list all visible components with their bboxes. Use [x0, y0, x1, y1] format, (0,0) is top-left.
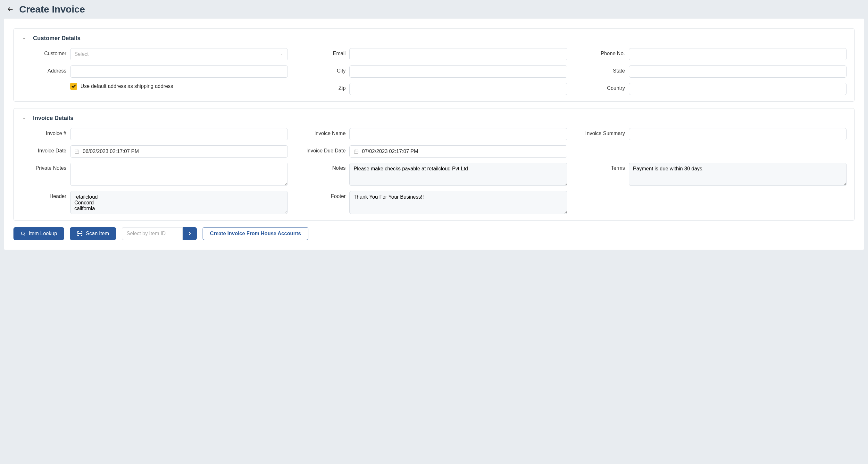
header-label: Header [22, 191, 66, 199]
terms-field-row: Terms [580, 163, 846, 186]
notes-field-row: Notes [301, 163, 567, 186]
invoice-date-value: 06/02/2023 02:17:07 PM [83, 149, 139, 154]
caret-down-icon [280, 52, 284, 56]
footer-label: Footer [301, 191, 345, 199]
chevron-right-icon [187, 231, 192, 236]
customer-label: Customer [22, 48, 66, 56]
invoice-number-label: Invoice # [22, 128, 66, 136]
country-label: Country [580, 83, 625, 91]
invoice-name-label: Invoice Name [301, 128, 345, 136]
city-field-row: City [301, 65, 567, 78]
phone-label: Phone No. [580, 48, 625, 56]
customer-details-section: Customer Details Customer Select Email P… [13, 28, 855, 102]
state-label: State [580, 65, 625, 74]
customer-details-title: Customer Details [33, 35, 81, 42]
item-lookup-button[interactable]: Item Lookup [13, 227, 64, 240]
invoice-due-date-field-row: Invoice Due Date 07/02/2023 02:17:07 PM [301, 145, 567, 157]
address-input[interactable] [70, 65, 288, 78]
item-id-go-button[interactable] [183, 227, 197, 240]
invoice-summary-field-row: Invoice Summary [580, 128, 846, 140]
create-from-house-button[interactable]: Create Invoice From House Accounts [203, 227, 308, 240]
customer-select[interactable]: Select [70, 48, 288, 60]
default-address-checkbox[interactable] [70, 83, 77, 90]
address-label: Address [22, 65, 66, 74]
svg-line-10 [24, 235, 25, 235]
create-from-house-label: Create Invoice From House Accounts [210, 231, 301, 236]
default-address-label: Use default address as shipping address [81, 83, 173, 89]
invoice-name-input[interactable] [349, 128, 567, 140]
back-arrow-button[interactable] [6, 5, 14, 13]
email-field-row: Email [301, 48, 567, 60]
calendar-icon [74, 149, 80, 154]
invoice-summary-input[interactable] [629, 128, 846, 140]
private-notes-label: Private Notes [22, 163, 66, 171]
chevron-down-icon [22, 36, 27, 41]
calendar-icon [353, 149, 359, 154]
terms-textarea[interactable] [629, 163, 846, 186]
item-id-input[interactable] [122, 227, 183, 240]
invoice-summary-label: Invoice Summary [580, 128, 625, 136]
footer-field-row: Footer [301, 191, 567, 214]
state-field-row: State [580, 65, 846, 78]
customer-field-row: Customer Select [22, 48, 288, 60]
invoice-due-date-input[interactable]: 07/02/2023 02:17:07 PM [349, 145, 567, 157]
scan-item-button[interactable]: Scan Item [70, 227, 116, 240]
header-textarea[interactable] [70, 191, 288, 214]
invoice-due-date-value: 07/02/2023 02:17:07 PM [362, 149, 418, 154]
scan-icon [77, 231, 83, 236]
notes-textarea[interactable] [349, 163, 567, 186]
footer-textarea[interactable] [349, 191, 567, 214]
state-input[interactable] [629, 65, 846, 78]
default-address-row: Use default address as shipping address [22, 83, 288, 95]
arrow-left-icon [7, 6, 13, 12]
item-id-search-group [122, 227, 197, 240]
terms-label: Terms [580, 163, 625, 171]
svg-rect-1 [75, 150, 79, 153]
invoice-details-section: Invoice Details Invoice # Invoice Name I… [13, 108, 855, 221]
country-field-row: Country [580, 83, 846, 95]
invoice-number-field-row: Invoice # [22, 128, 288, 140]
item-lookup-label: Item Lookup [29, 231, 57, 236]
city-label: City [301, 65, 345, 74]
private-notes-textarea[interactable] [70, 163, 288, 186]
invoice-name-field-row: Invoice Name [301, 128, 567, 140]
header-field-row: Header [22, 191, 288, 214]
country-input[interactable] [629, 83, 846, 95]
content-panel: Customer Details Customer Select Email P… [4, 19, 864, 250]
invoice-date-input[interactable]: 06/02/2023 02:17:07 PM [70, 145, 288, 157]
phone-field-row: Phone No. [580, 48, 846, 60]
chevron-down-icon [22, 116, 27, 121]
customer-select-placeholder: Select [74, 51, 89, 57]
customer-details-header[interactable]: Customer Details [22, 35, 846, 42]
zip-field-row: Zip [301, 83, 567, 95]
email-label: Email [301, 48, 345, 56]
zip-label: Zip [301, 83, 345, 91]
invoice-date-label: Invoice Date [22, 145, 66, 154]
invoice-due-date-label: Invoice Due Date [301, 145, 345, 154]
notes-label: Notes [301, 163, 345, 171]
private-notes-field-row: Private Notes [22, 163, 288, 186]
email-input[interactable] [349, 48, 567, 60]
scan-item-label: Scan Item [86, 231, 109, 236]
page-header: Create Invoice [0, 0, 868, 19]
invoice-details-title: Invoice Details [33, 115, 73, 122]
invoice-number-input[interactable] [70, 128, 288, 140]
search-icon [21, 231, 26, 236]
phone-input[interactable] [629, 48, 846, 60]
svg-rect-5 [354, 150, 358, 153]
zip-input[interactable] [349, 83, 567, 95]
city-input[interactable] [349, 65, 567, 78]
invoice-date-field-row: Invoice Date 06/02/2023 02:17:07 PM [22, 145, 288, 157]
check-icon [71, 84, 76, 89]
invoice-details-header[interactable]: Invoice Details [22, 115, 846, 122]
page-title: Create Invoice [19, 4, 85, 15]
action-bar: Item Lookup Scan Item Create Invoice Fro… [13, 227, 855, 240]
address-field-row: Address [22, 65, 288, 78]
